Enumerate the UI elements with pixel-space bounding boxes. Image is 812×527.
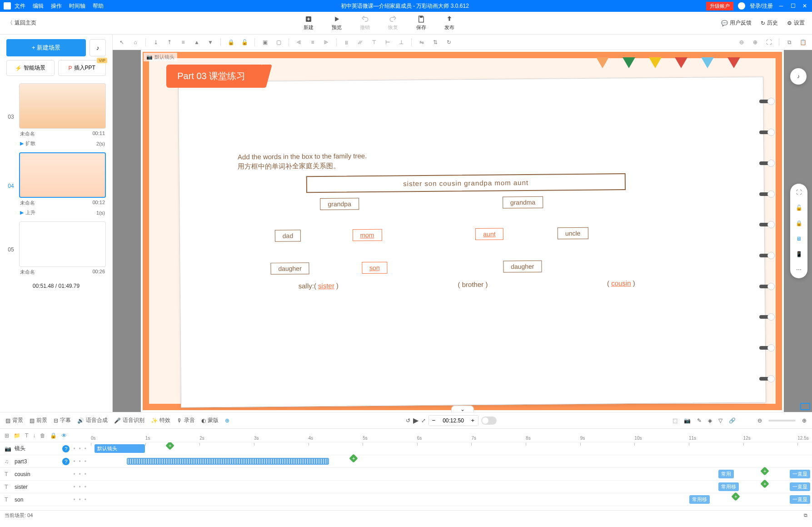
- pip-indicator[interactable]: [800, 403, 810, 410]
- login-button[interactable]: 登录/注册: [750, 2, 773, 10]
- align-center-icon[interactable]: ≡: [307, 37, 318, 48]
- down-icon[interactable]: ↓: [33, 432, 35, 439]
- align-bottom-icon[interactable]: ⤓: [150, 37, 161, 48]
- menu-file[interactable]: 文件: [15, 2, 25, 10]
- link-icon[interactable]: 🔗: [729, 417, 736, 424]
- keyframe-in-icon[interactable]: ⬚: [673, 417, 677, 424]
- auto-toggle[interactable]: [481, 417, 497, 425]
- effect-badge[interactable]: 常用移: [689, 495, 710, 504]
- collapse-panel-button[interactable]: ⌄: [451, 406, 474, 412]
- rotate-icon[interactable]: ↻: [443, 37, 454, 48]
- text-icon[interactable]: T: [25, 432, 28, 439]
- lock-icon[interactable]: 🔒: [225, 37, 236, 48]
- group-icon[interactable]: ▣: [259, 37, 270, 48]
- fx-button[interactable]: ✨特效: [151, 417, 170, 424]
- cursor-icon[interactable]: ↖: [116, 37, 127, 48]
- fit-icon[interactable]: ⛶: [763, 37, 774, 48]
- track-text[interactable]: T sister ••• 常用移 + 一直显: [0, 481, 812, 493]
- marker-icon[interactable]: ◈: [708, 417, 712, 424]
- scene-thumbnail[interactable]: [19, 152, 106, 198]
- align-middle-icon[interactable]: ≡: [178, 37, 189, 48]
- tts-button[interactable]: 🔊语音合成: [77, 417, 108, 424]
- zoom-in-icon[interactable]: ⊕: [750, 37, 761, 48]
- canvas[interactable]: 📷默认镜头 Add the words in the box to the fa…: [113, 50, 812, 412]
- scene-thumbnail[interactable]: [19, 221, 106, 267]
- effect-badge-end[interactable]: 一直显: [790, 495, 810, 504]
- play-button[interactable]: ▶: [413, 416, 418, 425]
- track-audio[interactable]: ♫ part3 ? ••• +: [0, 455, 812, 468]
- add-keyframe[interactable]: +: [760, 480, 769, 489]
- time-decrease-button[interactable]: −: [429, 416, 439, 426]
- rewind-button[interactable]: ↺: [406, 417, 410, 424]
- trash-icon[interactable]: 🗑: [40, 432, 45, 439]
- align-right-icon[interactable]: ⫸: [321, 37, 332, 48]
- distribute-h-icon[interactable]: ⫼: [341, 37, 352, 48]
- distribute-v-icon[interactable]: ⫻: [355, 37, 366, 48]
- bg-button[interactable]: ▨背景: [5, 417, 23, 424]
- menu-action[interactable]: 操作: [51, 2, 62, 10]
- filter-icon[interactable]: ▽: [718, 417, 722, 424]
- close-button[interactable]: ✕: [801, 3, 808, 9]
- fg-button[interactable]: ▧前景: [30, 417, 47, 424]
- zoom-slider[interactable]: [768, 420, 796, 422]
- track-text[interactable]: T cousin ••• 常用 + 一直显: [0, 468, 812, 481]
- valign-top-icon[interactable]: ⊤: [369, 37, 379, 48]
- new-scene-button[interactable]: + 新建场景: [6, 39, 86, 56]
- effect-badge[interactable]: 常用: [718, 470, 734, 478]
- flip-h-icon[interactable]: ⇋: [416, 37, 427, 48]
- new-button[interactable]: 新建: [304, 15, 314, 31]
- zoom-in-timeline-icon[interactable]: ⊕: [802, 417, 807, 424]
- smart-scene-button[interactable]: ⚡智能场景: [6, 60, 55, 76]
- help-icon[interactable]: ?: [62, 458, 70, 465]
- scene-thumbnail[interactable]: [19, 83, 106, 129]
- more-icon[interactable]: ⋯: [795, 266, 803, 274]
- menu-timeline[interactable]: 时间轴: [69, 2, 85, 10]
- effect-badge[interactable]: 常用移: [718, 482, 739, 491]
- add-keyframe[interactable]: +: [760, 467, 769, 476]
- bring-front-icon[interactable]: ▲: [191, 37, 202, 48]
- add-keyframe[interactable]: +: [732, 492, 741, 502]
- publish-button[interactable]: 发布: [444, 15, 454, 31]
- camera-clip[interactable]: 默认镜头: [95, 444, 145, 453]
- zoom-out-timeline-icon[interactable]: ⊖: [757, 417, 762, 424]
- fullscreen-icon[interactable]: ⛶: [795, 188, 803, 196]
- upgrade-button[interactable]: 升级账户: [706, 2, 733, 10]
- effect-badge-end[interactable]: 一直显: [790, 482, 810, 491]
- save-button[interactable]: 保存: [416, 15, 426, 31]
- flip-v-icon[interactable]: ⇅: [430, 37, 441, 48]
- asr-button[interactable]: 🎤语音识别: [114, 417, 144, 424]
- camera-icon[interactable]: 📷: [684, 417, 691, 424]
- expand-button[interactable]: ⤢: [421, 417, 426, 424]
- time-increase-button[interactable]: +: [468, 416, 478, 426]
- audio-clip[interactable]: [127, 458, 329, 465]
- record-button[interactable]: 🎙录音: [177, 417, 195, 424]
- undo-button[interactable]: 撤销: [360, 15, 370, 31]
- time-input[interactable]: [439, 417, 468, 424]
- copy-icon[interactable]: ⧉: [784, 37, 795, 48]
- sound-button[interactable]: ♪: [90, 39, 106, 56]
- track-text[interactable]: T son ••• 常用移 + 一直显: [0, 493, 812, 506]
- folder-icon[interactable]: 📁: [14, 432, 20, 439]
- ungroup-icon[interactable]: ▢: [273, 37, 284, 48]
- effect-badge-end[interactable]: 一直显: [790, 470, 810, 478]
- lock-icon[interactable]: 🔒: [795, 219, 803, 227]
- align-left-icon[interactable]: ⫷: [294, 37, 304, 48]
- valign-bot-icon[interactable]: ⊥: [396, 37, 407, 48]
- more-button[interactable]: ⊕: [225, 417, 229, 424]
- feedback-button[interactable]: 💬用户反馈: [721, 19, 752, 27]
- mobile-icon[interactable]: 📱: [795, 250, 803, 258]
- subtitle-button[interactable]: ⊟字幕: [54, 417, 71, 424]
- slide[interactable]: 📷默认镜头 Add the words in the box to the fa…: [141, 50, 784, 412]
- unlock-icon[interactable]: 🔓: [239, 37, 250, 48]
- history-button[interactable]: ↻历史: [761, 19, 778, 27]
- menu-help[interactable]: 帮助: [93, 2, 104, 10]
- add-track-icon[interactable]: ⊞: [5, 432, 9, 439]
- copy-status-icon[interactable]: ⧉: [804, 512, 807, 518]
- valign-mid-icon[interactable]: ⊢: [382, 37, 393, 48]
- minimize-button[interactable]: ─: [777, 3, 785, 9]
- eye-icon[interactable]: 👁: [61, 432, 67, 439]
- edit-icon[interactable]: ✎: [697, 417, 702, 424]
- lock-icon[interactable]: 🔒: [50, 432, 57, 439]
- maximize-button[interactable]: ☐: [789, 3, 797, 9]
- scene-item[interactable]: 04 未命名00:12 ▶上升1(s): [6, 152, 106, 220]
